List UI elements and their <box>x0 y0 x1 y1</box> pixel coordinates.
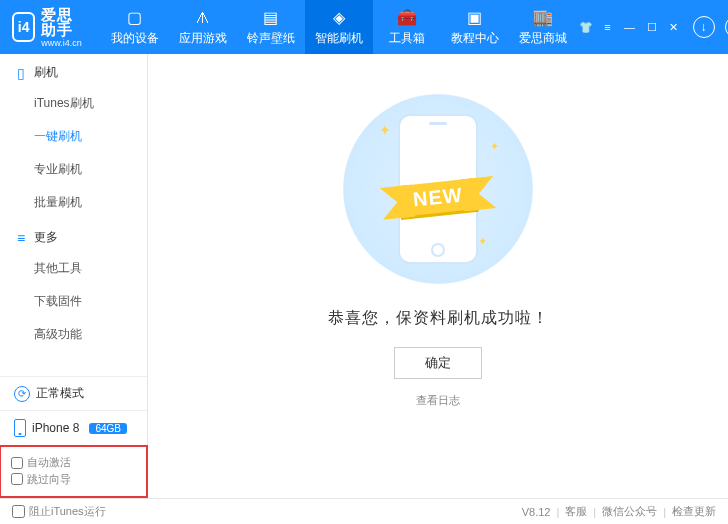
nav-tab[interactable]: 🧰工具箱 <box>373 0 441 54</box>
mode-label: 正常模式 <box>36 385 84 402</box>
nav-tab-icon: ▣ <box>465 8 485 28</box>
sidebar-item[interactable]: 一键刷机 <box>0 120 147 153</box>
skin-icon[interactable]: 👕 <box>577 18 595 36</box>
minimize-icon[interactable]: — <box>621 18 639 36</box>
sparkle-icon: ✦ <box>490 140 499 153</box>
nav-tab-label: 铃声壁纸 <box>247 30 295 47</box>
device-capacity: 64GB <box>89 423 127 434</box>
logo-badge-icon: i4 <box>12 12 35 42</box>
sidebar-section-title: ▯刷机 <box>0 54 147 87</box>
maximize-icon[interactable]: ☐ <box>643 18 661 36</box>
sparkle-icon: ✦ <box>478 235 487 248</box>
refresh-icon: ⟳ <box>14 386 30 402</box>
sidebar-item[interactable]: 专业刷机 <box>0 153 147 186</box>
sidebar-section-title: ≡更多 <box>0 219 147 252</box>
auto-activate-checkbox[interactable]: 自动激活 <box>11 455 71 470</box>
sidebar-item[interactable]: 高级功能 <box>0 318 147 351</box>
sidebar-item[interactable]: 下载固件 <box>0 285 147 318</box>
nav-tab-icon: ◈ <box>329 8 349 28</box>
user-icon[interactable]: ☺ <box>725 16 728 38</box>
device-name: iPhone 8 <box>32 421 79 435</box>
brand-name: 爱思助手 <box>41 7 88 37</box>
nav-tab[interactable]: ▣教程中心 <box>441 0 509 54</box>
sidebar-item[interactable]: 批量刷机 <box>0 186 147 219</box>
nav-tab-label: 爱思商城 <box>519 30 567 47</box>
nav-tab-icon: 🏬 <box>533 8 553 28</box>
nav-tab-icon: ▤ <box>261 8 281 28</box>
nav-tab-label: 智能刷机 <box>315 30 363 47</box>
device-panel[interactable]: iPhone 8 64GB <box>0 410 147 445</box>
flash-options-box: 自动激活 跳过向导 <box>0 445 148 498</box>
success-message: 恭喜您，保资料刷机成功啦！ <box>328 308 549 329</box>
nav-tab-icon: ⩚ <box>193 8 213 28</box>
list-icon: ≡ <box>14 230 28 246</box>
close-icon[interactable]: ✕ <box>665 18 683 36</box>
sidebar-item[interactable]: 其他工具 <box>0 252 147 285</box>
nav-tab[interactable]: ⩚应用游戏 <box>169 0 237 54</box>
nav-tab-label: 工具箱 <box>389 30 425 47</box>
ok-button[interactable]: 确定 <box>394 347 482 379</box>
version-label: V8.12 <box>522 506 551 518</box>
footer-link-support[interactable]: 客服 <box>565 504 587 519</box>
view-log-link[interactable]: 查看日志 <box>416 393 460 408</box>
brand-url: www.i4.cn <box>41 39 88 48</box>
nav-tab[interactable]: ▤铃声壁纸 <box>237 0 305 54</box>
success-illustration: ✦ ✦ ✦ NEW <box>343 94 533 284</box>
phone-icon: ▯ <box>14 65 28 81</box>
footer-link-wechat[interactable]: 微信公众号 <box>602 504 657 519</box>
app-logo: i4 爱思助手 www.i4.cn <box>0 7 101 48</box>
nav-tab-icon: ▢ <box>125 8 145 28</box>
nav-tab[interactable]: ◈智能刷机 <box>305 0 373 54</box>
sparkle-icon: ✦ <box>379 122 391 138</box>
menu-icon[interactable]: ≡ <box>599 18 617 36</box>
nav-tab-label: 教程中心 <box>451 30 499 47</box>
nav-tab-label: 应用游戏 <box>179 30 227 47</box>
footer-link-update[interactable]: 检查更新 <box>672 504 716 519</box>
block-itunes-checkbox[interactable]: 阻止iTunes运行 <box>12 504 106 519</box>
sidebar-item[interactable]: iTunes刷机 <box>0 87 147 120</box>
phone-icon <box>14 419 26 437</box>
nav-tab[interactable]: ▢我的设备 <box>101 0 169 54</box>
mode-panel[interactable]: ⟳ 正常模式 <box>0 376 147 410</box>
nav-tab[interactable]: 🏬爱思商城 <box>509 0 577 54</box>
download-icon[interactable]: ↓ <box>693 16 715 38</box>
skip-guide-checkbox[interactable]: 跳过向导 <box>11 472 71 487</box>
nav-tab-icon: 🧰 <box>397 8 417 28</box>
nav-tab-label: 我的设备 <box>111 30 159 47</box>
